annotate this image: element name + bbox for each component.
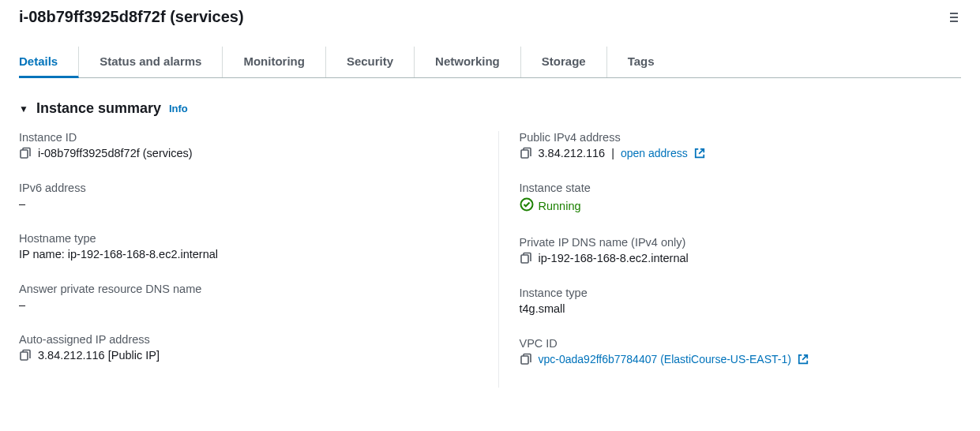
tab-networking[interactable]: Networking bbox=[435, 47, 521, 77]
tab-details[interactable]: Details bbox=[19, 47, 79, 78]
tab-storage[interactable]: Storage bbox=[542, 47, 607, 77]
public-ipv4-separator: | bbox=[611, 147, 614, 159]
svg-rect-4 bbox=[521, 255, 528, 263]
private-ip-dns-value: ip-192-168-168-8.ec2.internal bbox=[539, 252, 689, 264]
answer-private-dns-value: – bbox=[19, 298, 482, 311]
external-link-icon[interactable] bbox=[694, 148, 705, 159]
open-address-link[interactable]: open address bbox=[621, 147, 688, 159]
copy-icon[interactable] bbox=[520, 252, 532, 264]
auto-assigned-ip-label: Auto-assigned IP address bbox=[19, 333, 482, 346]
instance-state-label: Instance state bbox=[520, 182, 962, 194]
section-title: Instance summary bbox=[36, 100, 161, 117]
copy-icon[interactable] bbox=[19, 147, 32, 159]
instance-id-label: Instance ID bbox=[19, 131, 482, 144]
copy-icon[interactable] bbox=[19, 349, 32, 362]
svg-rect-0 bbox=[21, 150, 28, 158]
hostname-type-value: IP name: ip-192-168-168-8.ec2.internal bbox=[19, 248, 482, 260]
ipv6-label: IPv6 address bbox=[19, 182, 482, 194]
private-ip-dns-label: Private IP DNS name (IPv4 only) bbox=[520, 236, 962, 249]
tab-monitoring[interactable]: Monitoring bbox=[243, 47, 325, 77]
check-circle-icon bbox=[520, 197, 534, 214]
menu-icon[interactable] bbox=[947, 9, 961, 25]
instance-id-value: i-08b79ff3925d8f72f (services) bbox=[38, 147, 193, 159]
public-ipv4-value: 3.84.212.116 bbox=[539, 147, 606, 159]
auto-assigned-ip-value: 3.84.212.116 [Public IP] bbox=[38, 349, 160, 362]
svg-rect-2 bbox=[521, 150, 528, 158]
tab-status-alarms[interactable]: Status and alarms bbox=[100, 47, 223, 77]
instance-type-label: Instance type bbox=[520, 287, 962, 299]
vpc-id-link[interactable]: vpc-0ada92ff6b7784407 (ElastiCourse-US-E… bbox=[539, 353, 791, 365]
page-title: i-08b79ff3925d8f72f (services) bbox=[19, 8, 244, 26]
info-link[interactable]: Info bbox=[169, 103, 188, 114]
instance-state-value: Running bbox=[539, 200, 581, 212]
external-link-icon[interactable] bbox=[798, 354, 809, 365]
hostname-type-label: Hostname type bbox=[19, 232, 482, 245]
svg-rect-5 bbox=[521, 356, 528, 364]
public-ipv4-label: Public IPv4 address bbox=[520, 131, 962, 144]
tab-tags[interactable]: Tags bbox=[628, 47, 675, 77]
tab-security[interactable]: Security bbox=[347, 47, 415, 77]
ipv6-value: – bbox=[19, 197, 482, 210]
copy-icon[interactable] bbox=[520, 147, 532, 159]
answer-private-dns-label: Answer private resource DNS name bbox=[19, 283, 482, 295]
instance-type-value: t4g.small bbox=[520, 302, 962, 315]
tab-bar: Details Status and alarms Monitoring Sec… bbox=[19, 47, 961, 78]
vpc-id-label: VPC ID bbox=[520, 337, 962, 350]
svg-rect-1 bbox=[21, 352, 28, 360]
collapse-caret-icon[interactable]: ▼ bbox=[19, 103, 28, 114]
copy-icon[interactable] bbox=[520, 353, 532, 365]
